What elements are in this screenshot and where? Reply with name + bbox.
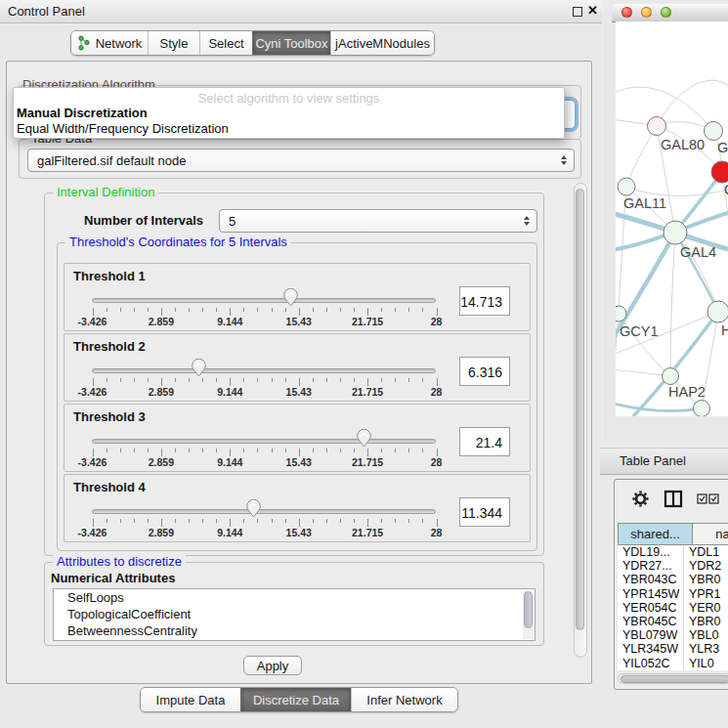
- threshold-slider-track[interactable]: [92, 298, 436, 303]
- network-icon: [77, 35, 91, 51]
- table-hscrollbar[interactable]: [618, 673, 728, 684]
- table-cell: YDR27...: [618, 559, 683, 573]
- column-header-2[interactable]: na: [693, 523, 728, 545]
- attributes-list-scrollbar[interactable]: [523, 590, 534, 639]
- threshold-value-input[interactable]: 14.713: [459, 286, 510, 316]
- threshold-value-input[interactable]: 6.316: [459, 357, 510, 386]
- attribute-item-selfloops[interactable]: SelfLoops: [54, 589, 535, 606]
- tab-jactivemnodules[interactable]: jActiveMNodules: [330, 31, 434, 55]
- attribute-item-topologicalcoefficient[interactable]: TopologicalCoefficient: [54, 606, 535, 622]
- slider-tick: [216, 519, 217, 523]
- mac-minimize-icon[interactable]: [641, 7, 652, 18]
- network-node-c[interactable]: [711, 161, 728, 183]
- network-canvas[interactable]: GAL80GACGAL11GAL4GCY1HHAP2: [616, 21, 728, 416]
- network-node-gcy1[interactable]: [616, 306, 626, 321]
- slider-tick-label: -3.426: [78, 386, 107, 398]
- column-header-1[interactable]: shared...: [618, 523, 693, 545]
- table-cell: YPR145W: [618, 587, 683, 601]
- network-node-ga[interactable]: [705, 122, 723, 141]
- network-edge: [616, 403, 702, 410]
- table-row[interactable]: YIL052CYIL0: [618, 657, 728, 670]
- select-columns-icon[interactable]: [697, 493, 720, 504]
- threshold-slider-thumb[interactable]: [191, 359, 207, 377]
- tab-select[interactable]: Select: [199, 31, 252, 55]
- tab-network[interactable]: Network: [71, 31, 148, 55]
- table-body: YDL19...YDL1YDR27...YDR2YBR043CYBR0YPR14…: [618, 545, 728, 670]
- table-cell: YBR043C: [618, 573, 683, 586]
- threshold-slider-track[interactable]: [92, 439, 436, 444]
- table-row[interactable]: YBR043CYBR0: [618, 573, 728, 586]
- threshold-slider-thumb[interactable]: [282, 288, 299, 307]
- network-edge: [657, 80, 728, 126]
- tab-infer-network[interactable]: Infer Network: [351, 688, 457, 711]
- close-icon[interactable]: ✕: [587, 3, 598, 18]
- slider-tick: [422, 449, 423, 452]
- network-node-gal11[interactable]: [618, 178, 635, 195]
- tab-style[interactable]: Style: [148, 31, 199, 55]
- threshold-value-input[interactable]: 21.4: [459, 427, 510, 456]
- slider-tick-label: 28: [431, 456, 443, 468]
- slider-tick: [175, 308, 176, 312]
- table-row[interactable]: YBR045CYBR0: [618, 615, 728, 628]
- slider-tick: [175, 449, 176, 452]
- network-node-gal80[interactable]: [648, 117, 666, 136]
- numerical-attributes-list[interactable]: SelfLoopsTopologicalCoefficientBetweenne…: [53, 588, 535, 641]
- threshold-slider-thumb[interactable]: [356, 429, 372, 448]
- slider-tick: [299, 449, 300, 456]
- settings-scrollbar[interactable]: [574, 183, 587, 658]
- tab-label: Infer Network: [366, 693, 442, 707]
- table-row[interactable]: YLR345WYLR3: [618, 642, 728, 656]
- tab-discretize-data[interactable]: Discretize Data: [240, 688, 351, 711]
- tab-cyni-toolbox[interactable]: Cyni Toolbox: [252, 31, 330, 55]
- table-cell: YER0: [683, 601, 728, 615]
- algorithm-option-equal-width[interactable]: Equal Width/Frequency Discretization: [17, 121, 229, 136]
- attribute-item-betweennesscentrality[interactable]: BetweennessCentrality: [54, 622, 535, 639]
- network-node[interactable]: [694, 401, 710, 417]
- slider-tick: [408, 308, 409, 312]
- table-data-combobox[interactable]: galFiltered.sif default node: [27, 149, 575, 172]
- network-window-titlebar: [612, 4, 728, 22]
- threshold-slider-track[interactable]: [92, 509, 436, 514]
- threshold-value-input[interactable]: 11.344: [459, 497, 510, 527]
- settings-scrollbar-thumb[interactable]: [576, 189, 584, 630]
- mac-zoom-icon[interactable]: [661, 7, 671, 18]
- panel-title: Control Panel: [8, 4, 85, 19]
- network-edge: [616, 314, 619, 385]
- tab-impute-data[interactable]: Impute Data: [141, 688, 240, 711]
- mac-close-icon[interactable]: [621, 7, 632, 18]
- split-columns-icon[interactable]: [664, 490, 683, 508]
- float-window-icon[interactable]: [573, 7, 582, 17]
- slider-tick: [107, 449, 107, 452]
- slider-tick: [313, 449, 314, 452]
- table-row[interactable]: YER054CYER0: [618, 601, 728, 615]
- slider-tick: [257, 378, 258, 382]
- algorithm-dropdown-popup: Select algorithm to view settings Manual…: [13, 87, 565, 139]
- gear-icon[interactable]: [631, 490, 650, 508]
- table-row[interactable]: YDR27...YDR2: [618, 559, 728, 573]
- table-row[interactable]: YBL079WYBL0: [618, 628, 728, 642]
- slider-tick: [437, 308, 438, 316]
- slider-tick: [272, 378, 273, 382]
- table-panel-bar: Table Panel: [600, 448, 728, 475]
- slider-tick-label: 9.144: [217, 316, 242, 327]
- network-node-gal4[interactable]: [664, 221, 687, 244]
- table-window: shared...na YDL19...YDL1YDR27...YDR2YBR0…: [614, 479, 728, 690]
- slider-tick: [243, 308, 244, 312]
- table-header-row: shared...na: [618, 523, 728, 545]
- slider-tick-label: 21.715: [352, 527, 383, 538]
- network-node-label: GCY1: [620, 323, 659, 339]
- slider-tick: [189, 378, 190, 382]
- network-node-label: H: [721, 322, 728, 338]
- threshold-slider-track[interactable]: [92, 368, 436, 373]
- table-cell: YBR045C: [618, 615, 683, 628]
- network-node-hap2[interactable]: [663, 368, 679, 385]
- algorithm-option-manual[interactable]: Manual Discretization: [17, 106, 148, 120]
- number-of-intervals-spinner[interactable]: 5: [219, 209, 537, 233]
- threshold-slider-thumb[interactable]: [245, 499, 262, 518]
- network-node-h[interactable]: [707, 301, 728, 322]
- table-row[interactable]: YPR145WYPR1: [618, 587, 728, 601]
- table-row[interactable]: YDL19...YDL1: [618, 545, 728, 559]
- apply-button[interactable]: Apply: [243, 656, 302, 675]
- table-hscrollbar-thumb[interactable]: [621, 675, 728, 683]
- threshold-panel: Threshold 3 -3.4262.8599.14415.4321.7152…: [64, 404, 531, 472]
